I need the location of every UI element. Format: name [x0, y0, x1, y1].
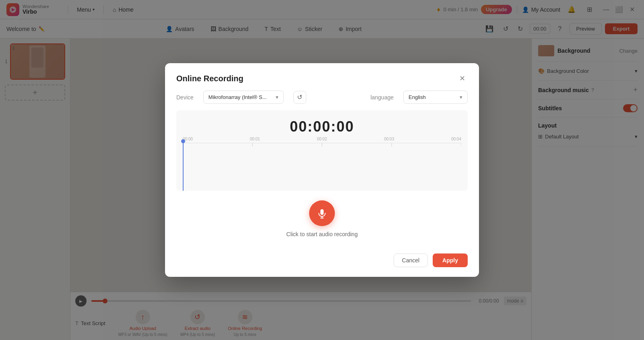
tick-00-04: 00:04	[451, 137, 461, 141]
tick-00-02: 00:02	[317, 137, 327, 141]
lang-chevron-icon: ▾	[460, 94, 462, 100]
modal-overlay[interactable]: Online Recording ✕ Device Mikrofonarray …	[0, 0, 644, 340]
cancel-button[interactable]: Cancel	[394, 253, 428, 267]
language-selector[interactable]: English ▾	[403, 91, 468, 104]
device-language-row: Device Mikrofonarray (Intel® S... ▾ ↺ la…	[176, 91, 468, 104]
modal-close-button[interactable]: ✕	[456, 73, 468, 84]
device-value: Mikrofonarray (Intel® S...	[208, 94, 267, 100]
record-button[interactable]	[309, 200, 335, 226]
device-selector[interactable]: Mikrofonarray (Intel® S... ▾	[203, 91, 284, 104]
device-chevron-icon: ▾	[276, 94, 279, 100]
language-label: language	[370, 94, 394, 101]
microphone-icon	[316, 208, 328, 219]
apply-button[interactable]: Apply	[433, 253, 468, 267]
tick-00-01: 00:01	[250, 137, 260, 141]
playhead	[183, 139, 184, 191]
waveform-area: 00:00:00 00:00 00:01 00:02 00:03 00:04	[176, 110, 468, 191]
timer-display: 00:00:00	[176, 110, 468, 135]
tick-00-03: 00:03	[384, 137, 394, 141]
record-hint: Click to start audio recording	[286, 231, 357, 237]
modal-title: Online Recording	[176, 74, 244, 83]
tick-marks: // tick marks rendered inline	[183, 143, 461, 149]
language-value: English	[409, 94, 426, 100]
timeline-ruler: 00:00 00:01 00:02 00:03 00:04	[176, 135, 468, 143]
online-recording-modal: Online Recording ✕ Device Mikrofonarray …	[165, 63, 479, 277]
playhead-handle	[181, 139, 185, 143]
modal-footer: Cancel Apply	[165, 247, 479, 277]
refresh-device-button[interactable]: ↺	[293, 91, 306, 104]
device-label: Device	[176, 94, 194, 101]
record-section: Click to start audio recording	[165, 191, 479, 247]
modal-header: Online Recording ✕	[165, 63, 479, 91]
svg-rect-6	[320, 209, 324, 215]
modal-body: Device Mikrofonarray (Intel® S... ▾ ↺ la…	[165, 91, 479, 191]
